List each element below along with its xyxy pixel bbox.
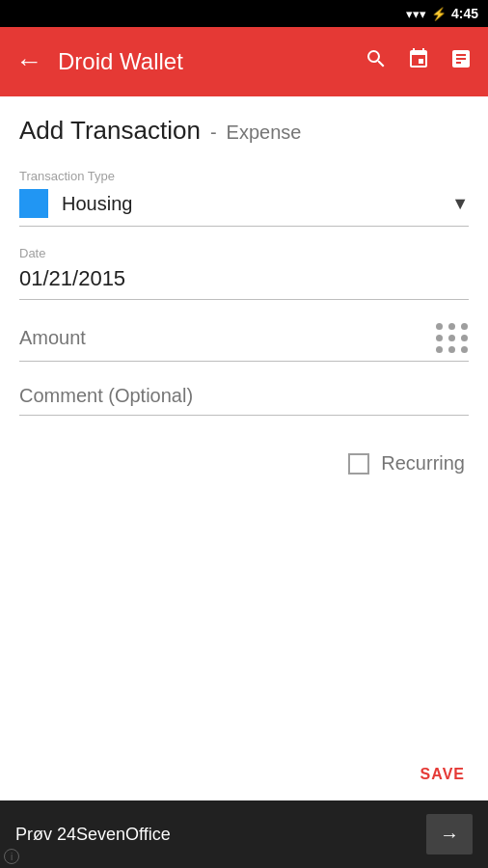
battery-charging-icon: ⚡ <box>431 7 447 21</box>
dropdown-arrow-icon: ▼ <box>451 194 469 214</box>
numpad-dot-7 <box>436 346 443 353</box>
search-icon[interactable] <box>365 47 388 76</box>
numpad-dot-4 <box>436 335 443 341</box>
page-title-row: Add Transaction - Expense <box>19 116 469 146</box>
status-icons: ▾▾▾ ⚡ 4:45 <box>406 6 478 21</box>
ad-arrow-icon: → <box>440 824 459 846</box>
ad-info-icon: i <box>4 849 19 864</box>
page-title: Add Transaction <box>19 116 201 146</box>
date-picker[interactable]: 01/21/2015 <box>19 266 469 300</box>
app-title: Droid Wallet <box>58 48 349 75</box>
date-label: Date <box>19 246 469 260</box>
save-button[interactable]: SAVE <box>417 758 469 791</box>
recurring-row: Recurring <box>19 443 469 484</box>
ad-banner: Prøv 24SevenOffice → i <box>0 800 488 868</box>
amount-field-row <box>19 323 469 362</box>
numpad-dot-9 <box>461 346 468 353</box>
transaction-type-value: Housing <box>62 193 451 215</box>
ad-text: Prøv 24SevenOffice <box>15 825 171 845</box>
transaction-type-dropdown[interactable]: Housing ▼ <box>19 189 469 227</box>
page-title-separator: - <box>210 122 217 144</box>
numpad-icon[interactable] <box>436 323 469 353</box>
numpad-dot-2 <box>448 323 455 330</box>
calendar-icon[interactable] <box>407 47 430 76</box>
back-arrow-icon: ← <box>15 46 42 77</box>
numpad-dot-8 <box>448 346 455 353</box>
date-field-group: Date 01/21/2015 <box>19 246 469 300</box>
app-bar: ← Droid Wallet <box>0 27 488 96</box>
comment-input[interactable] <box>19 385 469 416</box>
save-area: SAVE <box>417 758 469 791</box>
status-time: 4:45 <box>451 6 478 21</box>
recurring-checkbox[interactable] <box>348 453 369 475</box>
recurring-label: Recurring <box>381 452 465 475</box>
amount-input[interactable] <box>19 327 436 349</box>
transaction-type-badge: Expense <box>227 122 302 144</box>
ad-arrow-button[interactable]: → <box>426 814 473 854</box>
transaction-type-group: Transaction Type Housing ▼ <box>19 169 469 227</box>
numpad-dot-6 <box>461 335 468 341</box>
app-bar-actions <box>365 47 473 76</box>
back-button[interactable]: ← <box>15 46 42 77</box>
numpad-dot-1 <box>436 323 443 330</box>
transaction-type-label: Transaction Type <box>19 169 469 183</box>
wifi-icon: ▾▾▾ <box>406 7 426 21</box>
category-color-swatch <box>19 189 48 218</box>
chart-icon[interactable] <box>449 47 473 76</box>
status-bar: ▾▾▾ ⚡ 4:45 <box>0 0 488 27</box>
numpad-dot-3 <box>461 323 468 330</box>
main-content: Add Transaction - Expense Transaction Ty… <box>0 96 488 484</box>
numpad-dot-5 <box>448 335 455 341</box>
